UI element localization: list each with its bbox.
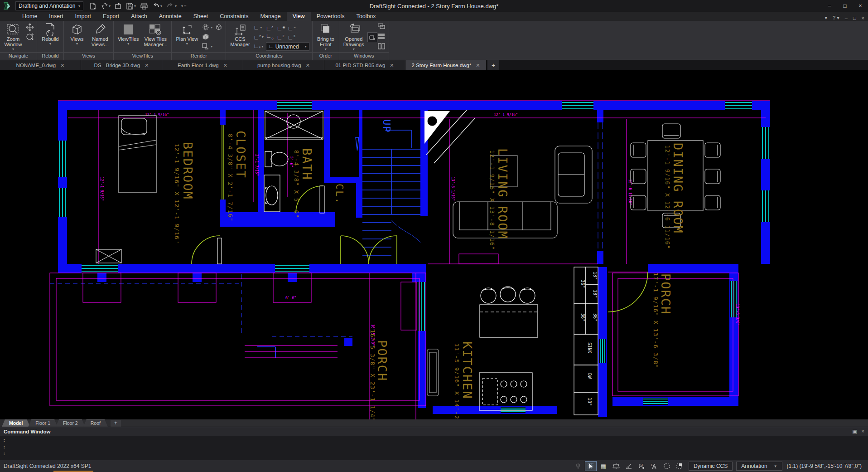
doc-close-icon[interactable]: × (862, 15, 864, 21)
command-window-close-icon[interactable]: × (862, 428, 864, 434)
doc-tab-pidstd[interactable]: 01 PID STD R05.dwg✕ (324, 60, 405, 70)
drawing-viewport[interactable]: 12'-1 9/16" 12'-1 9/16" 2'-1 7/16" 5'-6"… (0, 70, 868, 419)
ccs-3point-button[interactable]: ∟3 (288, 33, 299, 40)
bring-to-front-icon (319, 23, 333, 36)
hide-lock-view-button[interactable]: ▾ (202, 23, 212, 31)
dynamic-ccs-button[interactable]: Dynamic CCS (689, 462, 733, 471)
sheet-tab-floor2[interactable]: Floor 2 (56, 419, 85, 427)
doc-tab-bridge3d[interactable]: DS - Bridge 3D.dwg✕ (81, 60, 162, 70)
tile-horizontal-button[interactable] (378, 33, 385, 41)
zoom-window-button[interactable]: Zoom Window▾ (3, 22, 24, 52)
up-label: UP (381, 119, 392, 133)
ribbon-collapse-icon[interactable]: ▾ (825, 15, 828, 21)
box-view-button[interactable] (215, 23, 223, 31)
close-button[interactable]: × (853, 0, 868, 12)
workspace-dropdown[interactable]: Drafting and Annotation ▾ (15, 1, 83, 10)
ccs-origin-button[interactable]: ∟o (266, 33, 277, 41)
polygon-select-button[interactable]: ▾ (202, 42, 212, 50)
close-icon[interactable]: ✕ (390, 63, 394, 68)
selection-preview-toggle[interactable] (661, 462, 672, 471)
tab-powertools[interactable]: Powertools (311, 12, 351, 21)
bring-to-front-button[interactable]: Bring to Front▾ (315, 22, 336, 52)
ccs-z-axis-button[interactable]: ∟z▾ (254, 33, 264, 41)
ccs-entity-button[interactable]: ∟← (288, 24, 299, 31)
connection-icon[interactable] (573, 462, 583, 471)
grid-toggle[interactable]: ▦ (598, 462, 609, 471)
tab-annotate[interactable]: Annotate (153, 12, 188, 21)
pan-button[interactable] (26, 23, 34, 31)
sheet-tab-roof[interactable]: Roof (83, 419, 108, 427)
restore-tile-button[interactable] (368, 33, 377, 42)
svg-text:36": 36" (593, 313, 598, 321)
import-button[interactable] (115, 3, 122, 10)
ccs-world-button[interactable]: ∟c (266, 24, 277, 31)
ribbon: Zoom Window▾ Navigate Rebuild▾ Rebuild (0, 21, 868, 60)
ccs-axis-button[interactable]: ∟▾ (254, 23, 264, 31)
sheet-tab-model[interactable]: Model (2, 419, 30, 427)
tab-constraints[interactable]: Constraints (214, 12, 254, 21)
doc-restore-icon[interactable]: □ (853, 15, 856, 21)
doc-tab-earthfloor1[interactable]: Earth Floor 1.dwg✕ (162, 60, 243, 70)
print-button[interactable] (140, 3, 148, 10)
group-label-coordinates: Coordinates (226, 52, 312, 60)
close-icon[interactable]: ✕ (60, 63, 64, 68)
ccs-manager-button[interactable]: CCS Manager (229, 22, 251, 52)
doc-tab-noname0[interactable]: NONAME_0.dwg✕ (0, 60, 81, 70)
tab-home[interactable]: Home (16, 12, 43, 21)
ccs-plane-button[interactable]: ∟▪▾ (254, 42, 264, 50)
doc-tab-pumphousing[interactable]: pump housing.dwg✕ (243, 60, 324, 70)
snap-toggle[interactable] (585, 462, 596, 471)
tab-manage[interactable]: Manage (255, 12, 287, 21)
doc-tab-farmhouse[interactable]: 2 Story Farm House.dwg*✕ (405, 60, 487, 70)
close-icon[interactable]: ✕ (476, 63, 480, 68)
zoom-window-icon (6, 23, 20, 36)
new-tab-button[interactable]: + (487, 60, 499, 70)
opened-drawings-button[interactable]: Opened Drawings▾ (342, 22, 366, 52)
tab-export[interactable]: Export (97, 12, 125, 21)
tile-vertical-button[interactable] (378, 43, 385, 51)
annotation-scale-dropdown[interactable]: Annotation ▼ (736, 462, 782, 471)
minimize-button[interactable]: – (822, 0, 837, 12)
view-tiles-manager-button[interactable]: View Tiles Manager... (142, 22, 169, 52)
open-button[interactable]: ▾ (101, 3, 111, 10)
tab-view[interactable]: View (287, 12, 311, 21)
svg-text:16'-5 3/8" X 23'-1 1/4" X 6'-6: 16'-5 3/8" X 23'-1 1/4" X 6'-6" (369, 330, 376, 419)
command-window[interactable]: Command Window ▣ × : : : (0, 427, 868, 460)
restore-button[interactable]: □ (837, 0, 853, 12)
tab-toolbox[interactable]: Toolbox (350, 12, 381, 21)
customize-quick-access-button[interactable]: ▾≡ (181, 4, 187, 9)
etrack-toggle[interactable]: E (649, 462, 660, 471)
zoom-dynamic-button[interactable] (26, 33, 34, 41)
rebuild-button[interactable]: Rebuild▾ (40, 22, 61, 52)
named-views-button[interactable]: Named Views... (90, 22, 111, 52)
close-icon[interactable]: ✕ (145, 63, 149, 68)
command-input[interactable]: : : : (0, 436, 868, 460)
close-icon[interactable]: ✕ (223, 63, 227, 68)
polar-toggle[interactable] (623, 462, 634, 471)
ccs-2point-button[interactable]: ∟2 (277, 33, 288, 40)
views-button[interactable]: Views▾ (67, 22, 87, 52)
ccs-previous-button[interactable]: ∟◉ (277, 24, 288, 31)
undo-button[interactable]: ▾ (152, 3, 162, 10)
redo-button[interactable]: ▾ (167, 3, 177, 10)
esnap-toggle[interactable]: E (636, 462, 647, 471)
tab-import[interactable]: Import (69, 12, 97, 21)
tab-attach[interactable]: Attach (125, 12, 153, 21)
command-window-float-icon[interactable]: ▣ (852, 428, 857, 434)
add-sheet-button[interactable]: + (111, 420, 121, 427)
ortho-toggle[interactable] (611, 462, 622, 471)
ccs-name-dropdown[interactable]: ∟ Unnamed ▾ (266, 42, 309, 51)
new-file-button[interactable] (90, 3, 96, 10)
doc-minimize-icon[interactable]: – (845, 15, 848, 21)
shaded-view-button[interactable] (202, 33, 212, 41)
sheet-tab-floor1[interactable]: Floor 1 (28, 419, 58, 427)
plan-view-button[interactable]: Plan View▾ (174, 22, 199, 52)
viewtiles-button[interactable]: ViewTiles▾ (116, 22, 140, 52)
cascade-windows-button[interactable] (378, 23, 385, 31)
tab-sheet[interactable]: Sheet (188, 12, 214, 21)
save-button[interactable]: ▾ (126, 3, 136, 10)
close-icon[interactable]: ✕ (306, 63, 310, 68)
tab-insert[interactable]: Insert (43, 12, 69, 21)
pickbox-toggle[interactable] (674, 462, 685, 471)
help-icon[interactable]: ? ▾ (833, 15, 839, 21)
